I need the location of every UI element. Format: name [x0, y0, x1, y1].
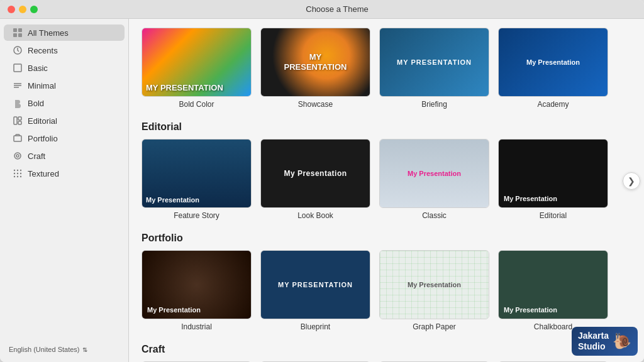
- theme-name-feature-story: Feature Story: [174, 211, 219, 220]
- theme-thumb-editorial: My Presentation: [498, 139, 608, 208]
- main-content: All Themes Recents Basic: [0, 19, 644, 362]
- craft-icon: [13, 151, 23, 161]
- sidebar-item-textured[interactable]: Textured: [4, 165, 125, 182]
- theme-thumb-classic: My Presentation: [379, 139, 489, 208]
- theme-card-academy[interactable]: My Presentation Academy: [498, 28, 608, 109]
- theme-grid-top: MY PRESENTATION Bold Color MYPRESENTATIO…: [142, 28, 631, 109]
- sidebar-label-all-themes: All Themes: [28, 28, 69, 38]
- thumb-label-academy: My Presentation: [526, 58, 580, 66]
- sidebar-footer[interactable]: English (United States) ⇅: [0, 342, 128, 357]
- svg-point-22: [17, 176, 18, 177]
- theme-name-look-book: Look Book: [297, 211, 333, 220]
- section-title-portfolio: Portfolio: [142, 233, 631, 244]
- theme-card-graph-paper[interactable]: My Presentation Graph Paper: [379, 250, 489, 331]
- svg-rect-12: [14, 136, 21, 141]
- thumb-label-classic: My Presentation: [408, 170, 461, 177]
- watermark: Jakarta Studio 🐌: [572, 327, 638, 356]
- theme-card-feature-story[interactable]: My Presentation Feature Story: [142, 139, 252, 220]
- traffic-lights: [8, 6, 38, 13]
- theme-card-showcase[interactable]: MYPRESENTATION Showcase: [260, 28, 370, 109]
- svg-point-23: [20, 176, 21, 177]
- chevron-right-icon: ❯: [628, 176, 635, 186]
- theme-name-graph-paper: Graph Paper: [413, 322, 456, 331]
- theme-name-industrial: Industrial: [181, 322, 212, 331]
- thumb-label-feature-story: My Presentation: [146, 196, 199, 204]
- theme-grid-editorial: My Presentation Feature Story My Present…: [142, 139, 631, 220]
- theme-grid-portfolio: My Presentation Industrial MY PRESENTATI…: [142, 250, 631, 331]
- sidebar-item-bold[interactable]: Bold: [4, 95, 125, 111]
- theme-name-classic: Classic: [422, 211, 447, 220]
- thumb-label-blueprint: MY PRESENTATION: [278, 281, 353, 288]
- theme-section-craft: Craft D: [142, 344, 631, 362]
- theme-thumb-graph-paper: My Presentation: [379, 250, 489, 319]
- theme-section-portfolio: Portfolio My Presentation Industrial: [142, 233, 631, 331]
- svg-point-20: [20, 173, 21, 174]
- theme-thumb-academy: My Presentation: [498, 28, 608, 97]
- sidebar-item-editorial[interactable]: Editorial: [4, 112, 125, 129]
- thumb-label-showcase: MYPRESENTATION: [284, 52, 347, 72]
- sidebar-label-minimal: Minimal: [28, 81, 56, 90]
- language-label: English (United States): [9, 346, 80, 353]
- theme-name-blueprint: Blueprint: [301, 322, 330, 331]
- sidebar-label-basic: Basic: [28, 63, 48, 73]
- svg-point-16: [17, 170, 18, 171]
- title-bar: Choose a Theme: [0, 0, 644, 19]
- sidebar-label-recents: Recents: [28, 46, 58, 55]
- theme-name-editorial: Editorial: [540, 211, 567, 220]
- svg-rect-11: [18, 121, 21, 124]
- theme-card-blueprint[interactable]: MY PRESENTATION Blueprint: [260, 250, 370, 331]
- watermark-snail-icon: 🐌: [613, 332, 631, 350]
- scroll-right-button[interactable]: ❯: [623, 172, 640, 190]
- svg-point-14: [16, 155, 19, 157]
- theme-card-bold-color[interactable]: MY PRESENTATION Bold Color: [142, 28, 252, 109]
- theme-section-top: MY PRESENTATION Bold Color MYPRESENTATIO…: [142, 28, 631, 109]
- svg-point-13: [14, 153, 21, 159]
- bold-icon: [13, 98, 23, 108]
- svg-point-18: [14, 173, 15, 174]
- minimize-button[interactable]: [19, 6, 26, 13]
- svg-rect-10: [18, 117, 21, 120]
- theme-card-editorial[interactable]: My Presentation Editorial: [498, 139, 608, 220]
- theme-card-industrial[interactable]: My Presentation Industrial: [142, 250, 252, 331]
- thumb-label-editorial: My Presentation: [504, 195, 557, 202]
- watermark-text-block: Jakarta Studio: [578, 331, 609, 352]
- svg-point-17: [20, 170, 21, 171]
- thumb-label-briefing: MY PRESENTATION: [397, 58, 472, 66]
- svg-point-15: [14, 170, 15, 171]
- section-title-editorial: Editorial: [142, 121, 631, 133]
- theme-card-briefing[interactable]: MY PRESENTATION Briefing: [379, 28, 489, 109]
- theme-card-chalkboard[interactable]: My Presentation Chalkboard: [498, 250, 608, 331]
- language-arrows-icon: ⇅: [82, 346, 87, 353]
- theme-name-academy: Academy: [537, 100, 569, 109]
- window-title: Choose a Theme: [38, 4, 636, 14]
- svg-rect-5: [14, 64, 21, 72]
- sidebar-item-recents[interactable]: Recents: [4, 42, 125, 58]
- theme-card-classic[interactable]: My Presentation Classic: [379, 139, 489, 220]
- sidebar-item-all-themes[interactable]: All Themes: [4, 25, 125, 41]
- sidebar-item-craft[interactable]: Craft: [4, 148, 125, 164]
- section-title-craft: Craft: [142, 344, 631, 355]
- svg-rect-9: [14, 117, 17, 124]
- themes-area: MY PRESENTATION Bold Color MYPRESENTATIO…: [129, 19, 644, 362]
- theme-thumb-showcase: MYPRESENTATION: [260, 28, 370, 97]
- sidebar-item-basic[interactable]: Basic: [4, 60, 125, 76]
- close-button[interactable]: [8, 6, 15, 13]
- sidebar-item-portfolio[interactable]: Portfolio: [4, 130, 125, 146]
- svg-point-21: [14, 176, 15, 177]
- editorial-icon: [13, 116, 23, 126]
- sidebar-label-portfolio: Portfolio: [28, 134, 58, 143]
- theme-thumb-briefing: MY PRESENTATION: [379, 28, 489, 97]
- theme-thumb-look-book: My Presentation: [260, 139, 370, 208]
- maximize-button[interactable]: [30, 6, 38, 13]
- app-window: Choose a Theme All Themes Recents: [0, 0, 644, 362]
- svg-rect-3: [18, 33, 22, 37]
- theme-card-look-book[interactable]: My Presentation Look Book: [260, 139, 370, 220]
- theme-thumb-industrial: My Presentation: [142, 250, 252, 319]
- theme-thumb-feature-story: My Presentation: [142, 139, 252, 208]
- sidebar-item-minimal[interactable]: Minimal: [4, 77, 125, 94]
- portfolio-icon: [13, 133, 23, 143]
- textured-icon: [13, 168, 23, 178]
- thumb-label-graph-paper: My Presentation: [408, 281, 461, 288]
- basic-icon: [13, 63, 23, 73]
- thumb-label-bold-color: MY PRESENTATION: [146, 83, 223, 92]
